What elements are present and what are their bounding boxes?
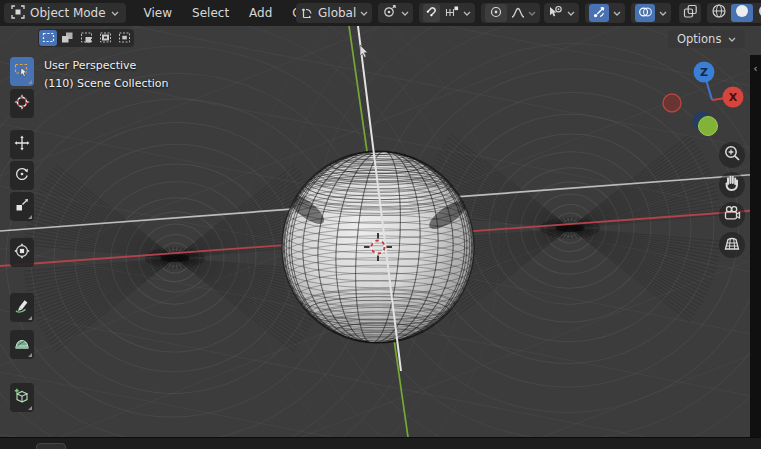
orientation-label: Global bbox=[318, 6, 356, 20]
snap-magnet-icon bbox=[424, 4, 439, 23]
xray-toggle-icon bbox=[683, 4, 698, 23]
toggle-ortho-icon bbox=[721, 232, 743, 258]
navigation-gizmo[interactable]: Z X bbox=[662, 55, 747, 140]
select-mode-set-button[interactable] bbox=[39, 30, 57, 46]
gizmo-x-neg-ball[interactable] bbox=[663, 94, 681, 112]
shading-solid-button[interactable] bbox=[731, 4, 753, 22]
cursor-icon bbox=[14, 94, 30, 114]
pan-icon bbox=[721, 172, 743, 198]
select-mode-intersect-icon bbox=[118, 29, 131, 48]
tool-annotate-button[interactable] bbox=[10, 293, 34, 322]
pan-button[interactable] bbox=[719, 172, 745, 198]
show-overlays-icon bbox=[638, 4, 653, 23]
gizmo-z-label: Z bbox=[700, 66, 708, 79]
mode-label: Object Mode bbox=[30, 6, 106, 20]
proportional-toggle-button[interactable] bbox=[485, 4, 507, 22]
select-mode-invert-button[interactable] bbox=[96, 30, 114, 46]
show-gizmos-dropdown[interactable] bbox=[585, 3, 625, 23]
solid-shading-icon bbox=[734, 3, 750, 23]
tool-measure-button[interactable] bbox=[10, 330, 34, 359]
rotate-icon bbox=[14, 166, 30, 186]
camera-view-button[interactable] bbox=[719, 202, 745, 228]
shading-material-preview-button[interactable] bbox=[754, 4, 761, 22]
chevron-down-icon bbox=[567, 11, 575, 16]
tool-cursor-button[interactable] bbox=[10, 89, 34, 118]
chevron-down-icon bbox=[528, 11, 536, 16]
show-gizmos-toggle[interactable] bbox=[589, 4, 609, 22]
select-mode-extend-icon bbox=[61, 29, 74, 48]
material-preview-icon bbox=[757, 3, 761, 23]
tool-move-button[interactable] bbox=[10, 130, 34, 159]
menu-view[interactable]: View bbox=[134, 0, 182, 26]
show-overlays-toggle[interactable] bbox=[635, 4, 655, 22]
move-icon bbox=[14, 135, 30, 155]
show-overlays-dropdown[interactable] bbox=[631, 3, 671, 23]
select-mode-invert-icon bbox=[99, 29, 112, 48]
object-mode-icon bbox=[11, 5, 25, 22]
measure-icon bbox=[14, 335, 30, 355]
object-visibility-dropdown[interactable] bbox=[544, 3, 579, 23]
snap-target-button[interactable] bbox=[444, 4, 471, 23]
proportional-editing-icon bbox=[489, 4, 503, 23]
falloff-dropdown[interactable] bbox=[511, 4, 536, 23]
chevron-down-icon bbox=[613, 11, 621, 16]
select-mode-group bbox=[38, 29, 134, 47]
menu-select[interactable]: Select bbox=[182, 0, 239, 26]
toggle-ortho-button[interactable] bbox=[719, 232, 745, 258]
tool-rotate-button[interactable] bbox=[10, 161, 34, 190]
xray-toggle-button[interactable] bbox=[679, 3, 701, 23]
select-mode-subtract-icon bbox=[80, 29, 93, 48]
zoom-button[interactable] bbox=[719, 142, 745, 168]
tool-scale-button[interactable] bbox=[10, 192, 34, 221]
orientation-global-icon bbox=[300, 4, 314, 23]
tool-add-cube-button[interactable] bbox=[10, 383, 34, 412]
transform-icon bbox=[14, 243, 30, 263]
sidebar-region bbox=[750, 55, 761, 437]
viewport-canvas[interactable] bbox=[0, 26, 761, 437]
sidebar-toggle[interactable]: ‹ bbox=[750, 60, 761, 76]
annotate-icon bbox=[14, 298, 30, 318]
shading-wireframe-button[interactable] bbox=[708, 4, 730, 22]
chevron-down-icon bbox=[463, 11, 471, 16]
select-box-icon bbox=[14, 62, 30, 82]
proportional-editing-group bbox=[481, 3, 540, 23]
select-mode-set-icon bbox=[42, 29, 55, 48]
menu-add[interactable]: Add bbox=[239, 0, 282, 26]
orientation-dropdown[interactable]: Global bbox=[296, 3, 372, 23]
snap-toggle-button[interactable] bbox=[423, 4, 440, 22]
shading-mode-group bbox=[707, 3, 761, 23]
tool-select-box-button[interactable] bbox=[10, 57, 34, 86]
pivot-point-icon bbox=[382, 4, 397, 23]
falloff-curve-icon bbox=[511, 4, 525, 23]
viewport-nav-buttons bbox=[719, 142, 745, 258]
gizmo-x-label: X bbox=[729, 91, 738, 104]
select-mode-intersect-button[interactable] bbox=[115, 30, 133, 46]
chevron-down-icon bbox=[728, 37, 736, 42]
options-label: Options bbox=[677, 32, 721, 46]
chevron-down-icon bbox=[659, 11, 667, 16]
editor-type-button[interactable] bbox=[36, 443, 66, 449]
mode-dropdown[interactable]: Object Mode bbox=[4, 3, 126, 23]
select-mode-extend-button[interactable] bbox=[58, 30, 76, 46]
object-visibility-icon bbox=[548, 4, 563, 23]
viewport-3d[interactable]: Options User Perspective (110) Scene Col… bbox=[0, 26, 761, 437]
select-mode-subtract-button[interactable] bbox=[77, 30, 95, 46]
scale-icon bbox=[14, 197, 30, 217]
viewport-header: Object Mode ViewSelectAddObject Global bbox=[0, 0, 761, 26]
pivot-dropdown[interactable] bbox=[378, 3, 413, 23]
chevron-down-icon bbox=[401, 11, 409, 16]
zoom-icon bbox=[721, 142, 743, 168]
snap-increment-icon bbox=[444, 4, 459, 23]
show-gizmos-icon bbox=[592, 4, 606, 23]
editor-type-icon bbox=[46, 444, 56, 449]
options-dropdown[interactable]: Options bbox=[668, 30, 745, 48]
wireframe-shading-icon bbox=[711, 3, 727, 23]
add-cube-icon bbox=[14, 388, 30, 408]
chevron-down-icon bbox=[360, 11, 368, 16]
timeline-header-strip bbox=[0, 437, 761, 449]
tool-transform-button[interactable] bbox=[10, 238, 34, 267]
snapping-group bbox=[419, 3, 475, 23]
gizmo-y-ball[interactable] bbox=[699, 117, 718, 136]
camera-view-icon bbox=[721, 202, 743, 228]
chevron-down-icon bbox=[111, 11, 119, 16]
